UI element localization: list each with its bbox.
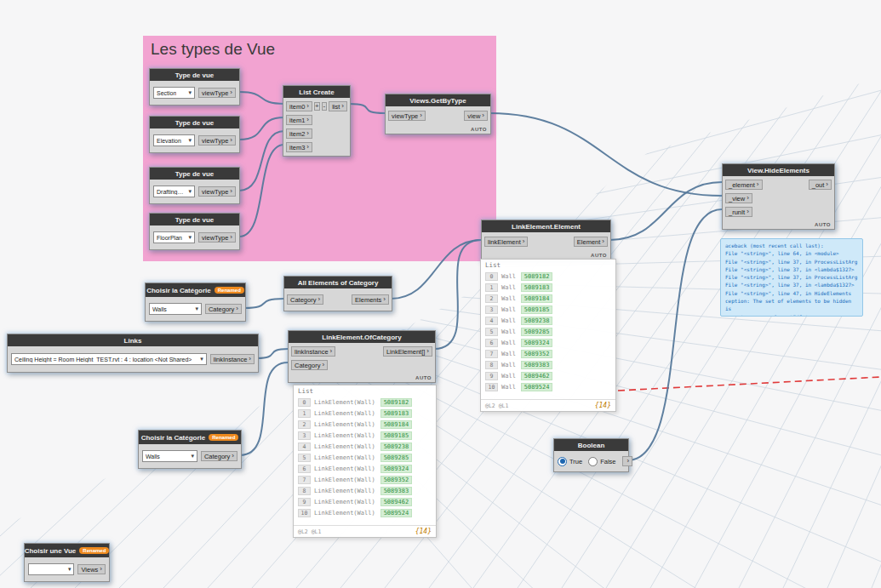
node-title[interactable]: List Create <box>283 86 350 98</box>
lacing-auto-label[interactable]: AUTO <box>723 220 834 229</box>
node-choisir-categorie-2[interactable]: Choisir la Catégorie Renamed Walls Categ… <box>138 430 242 469</box>
radio-false-label[interactable]: False <box>600 458 615 465</box>
node-all-elements-of-category[interactable]: All Elements of Category Category Elemen… <box>283 276 392 311</box>
radio-true[interactable] <box>558 457 567 466</box>
node-choisir-une-vue[interactable]: Choisir une Vue Renamed Views <box>24 543 110 582</box>
port-out-element[interactable]: Element <box>574 237 608 247</box>
port-out-elements[interactable]: Elements <box>352 294 389 305</box>
wire-allelements-to-linkelement[interactable] <box>391 240 481 299</box>
view-type-dropdown[interactable]: FloorPlan <box>153 231 195 243</box>
node-view-hideelements[interactable]: View.HideElements _element _out _view _r… <box>722 163 835 230</box>
wire-view-to-hideelements-view[interactable] <box>489 113 722 196</box>
port-in-item1[interactable]: item1 <box>286 115 312 125</box>
view-type-dropdown[interactable]: Elevation <box>153 134 195 146</box>
node-title[interactable]: Type de vue <box>150 69 239 81</box>
port-in-item0[interactable]: item0 <box>286 101 312 111</box>
port-in-viewtype[interactable]: viewType <box>388 111 426 121</box>
list-levels[interactable]: @L2 @L1 <box>298 528 321 535</box>
item-id: 5089383 <box>380 487 413 495</box>
item-type: Wall <box>501 351 516 357</box>
node-title[interactable]: LinkElement.Element <box>482 220 610 232</box>
view-dropdown[interactable] <box>28 563 74 575</box>
wire-categorie2-to-ofcategory[interactable] <box>240 363 288 455</box>
view-type-dropdown[interactable]: DraftingView <box>153 186 195 197</box>
wire-links-to-ofcategory[interactable] <box>257 349 288 358</box>
port-out-views[interactable]: Views <box>77 564 106 574</box>
add-input-button[interactable]: + <box>314 102 320 111</box>
radio-true-label[interactable]: True <box>569 458 582 465</box>
view-type-dropdown[interactable]: Section <box>153 87 195 99</box>
category-dropdown[interactable]: Walls <box>149 303 202 315</box>
preview-bubble-linkelements[interactable]: List 0 LinkElement(Wall) 5089182 1 LinkE… <box>293 385 437 538</box>
node-views-getbytype[interactable]: Views.GetByType viewType view AUTO <box>385 94 491 134</box>
port-out-viewtype[interactable]: viewType <box>198 232 236 243</box>
node-title[interactable]: LinkElement.OfCategory <box>289 331 435 343</box>
lacing-auto-label[interactable]: AUTO <box>289 374 435 382</box>
port-label: viewType <box>202 188 228 196</box>
dynamo-canvas[interactable]: Les types de Vue Type de vue Section vie… <box>0 0 881 588</box>
list-levels[interactable]: @L2 @L1 <box>485 402 508 409</box>
wire-list-to-getbytype[interactable] <box>349 104 385 113</box>
node-type-de-vue-elevation[interactable]: Type de vue Elevation viewType <box>149 116 240 153</box>
port-out-view[interactable]: view <box>464 111 488 121</box>
link-instance-dropdown[interactable]: Ceiling Height = Room Height_TEST.rvt : … <box>11 353 207 365</box>
node-choisir-categorie-1[interactable]: Choisir la Catégorie Renamed Walls Categ… <box>145 283 246 322</box>
port-out-linkelement-array[interactable]: LinkElement[] <box>383 346 432 357</box>
node-boolean[interactable]: Boolean True False <box>553 438 629 472</box>
remove-input-button[interactable]: - <box>322 102 327 111</box>
node-linkelement-ofcategory[interactable]: LinkElement.OfCategory linkInstance Link… <box>288 330 436 383</box>
port-out-viewtype[interactable]: viewType <box>198 88 236 98</box>
node-title[interactable]: View.HideElements <box>723 164 834 176</box>
node-title-bar[interactable]: Choisir une Vue Renamed <box>25 544 109 557</box>
port-in-view[interactable]: _view <box>725 193 752 203</box>
port-out-viewtype[interactable]: viewType <box>198 135 236 146</box>
port-out-category[interactable]: Category <box>205 304 242 314</box>
node-linkelement-element[interactable]: LinkElement.Element linkElement Element … <box>481 220 611 260</box>
node-title[interactable]: Boolean <box>554 439 628 451</box>
item-type: Wall <box>501 384 516 391</box>
node-title[interactable]: Links <box>8 334 258 346</box>
wire-element-to-hideelements-element[interactable] <box>609 182 722 240</box>
preview-bubble-walls[interactable]: List 0 Wall 5089182 1 Wall 5089183 2 Wal… <box>480 259 616 412</box>
node-title[interactable]: Type de vue <box>150 214 239 225</box>
node-links[interactable]: Links Ceiling Height = Room Height_TEST.… <box>7 334 259 373</box>
node-type-de-vue-draftingview[interactable]: Type de vue DraftingView viewType <box>149 167 240 204</box>
port-in-category[interactable]: Category <box>291 360 328 370</box>
port-in-runit[interactable]: _runIt <box>725 207 752 217</box>
port-in-category[interactable]: Category <box>287 294 323 305</box>
node-list-create[interactable]: List Create item0 + - list item1 item2 i… <box>283 85 351 157</box>
wire-elevation-to-item1[interactable] <box>239 117 284 140</box>
node-title[interactable]: Views.GetByType <box>386 94 490 106</box>
port-out-linkinstance[interactable]: linkInstance <box>210 354 255 364</box>
list-item: 8 LinkElement(Wall) 5089383 <box>294 485 436 496</box>
node-title[interactable]: Type de vue <box>150 168 239 180</box>
port-out-list[interactable]: list <box>329 101 347 111</box>
port-out-category[interactable]: Category <box>201 451 237 461</box>
port-out-viewtype[interactable]: viewType <box>198 186 236 197</box>
wire-boolean-to-runit[interactable] <box>627 209 722 460</box>
node-title[interactable]: Type de vue <box>150 117 239 128</box>
port-out-boolean[interactable] <box>622 456 633 466</box>
node-title[interactable]: All Elements of Category <box>284 277 392 288</box>
node-type-de-vue-section[interactable]: Type de vue Section viewType <box>149 68 240 106</box>
port-in-element[interactable]: _element <box>725 180 763 190</box>
port-in-linkelement[interactable]: linkElement <box>484 237 528 247</box>
lacing-auto-label[interactable]: AUTO <box>386 125 490 134</box>
node-type-de-vue-floorplan[interactable]: Type de vue FloorPlan viewType <box>149 213 240 250</box>
wire-categorie1-to-allelements[interactable] <box>244 299 283 308</box>
wire-draftingview-to-item2[interactable] <box>239 131 284 191</box>
error-traceback-bubble[interactable]: aceback (most recent call last):File "<s… <box>720 238 863 317</box>
list-item: 7 Wall 5089352 <box>481 348 615 359</box>
port-in-item2[interactable]: item2 <box>286 128 312 139</box>
node-title-bar[interactable]: Choisir la Catégorie Renamed <box>146 283 245 297</box>
item-id: 5089524 <box>380 509 413 517</box>
radio-false[interactable] <box>588 457 598 466</box>
node-title-bar[interactable]: Choisir la Catégorie Renamed <box>139 431 241 444</box>
item-index: 6 <box>485 339 498 347</box>
port-in-linkinstance[interactable]: linkInstance <box>291 346 335 357</box>
port-out-out[interactable]: _out <box>809 180 832 190</box>
wire-ofcategory-to-linkelement[interactable] <box>434 240 481 349</box>
wire-section-to-item0[interactable] <box>239 92 284 104</box>
category-dropdown[interactable]: Walls <box>142 450 197 462</box>
port-in-item3[interactable]: item3 <box>286 142 312 152</box>
